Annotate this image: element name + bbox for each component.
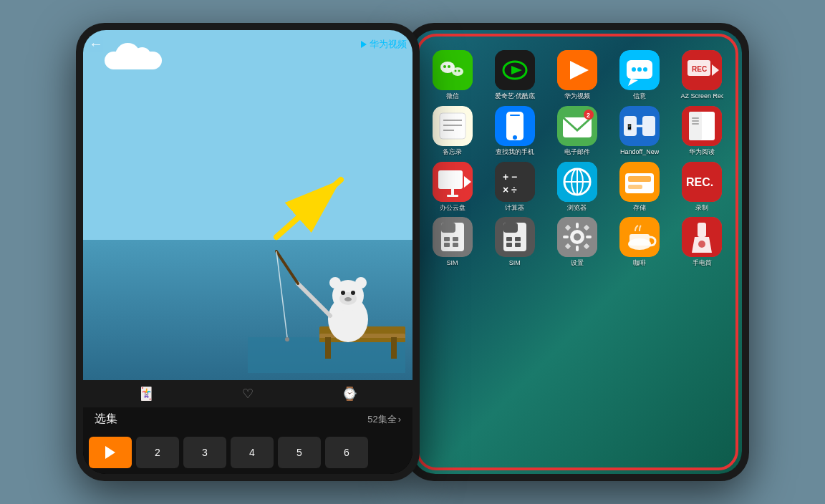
svg-rect-111 <box>629 234 650 246</box>
app-iqiyi-label: 爱奇艺·优酷底 <box>495 92 536 100</box>
svg-rect-94 <box>506 237 512 241</box>
svg-rect-103 <box>563 236 569 238</box>
app-present-label: 办公云盘 <box>440 204 465 212</box>
video-controls: 🃏 ♡ ⌚ <box>83 380 412 407</box>
episode-4-thumb[interactable]: 4 <box>231 437 274 468</box>
episode-2-thumb[interactable]: 2 <box>136 437 179 468</box>
yellow-arrow <box>269 173 355 244</box>
play-icon <box>105 446 115 459</box>
app-mail-label: 电子邮件 <box>564 148 590 156</box>
app-coffee-label: 咖啡 <box>633 259 646 267</box>
phone-left: ← 华为视频 <box>76 23 420 481</box>
app-coffee[interactable]: 咖啡 <box>612 217 668 267</box>
episode-6-thumb[interactable]: 6 <box>325 437 368 468</box>
video-area: ← 华为视频 <box>83 30 412 380</box>
app-handoff-label: Handoff_New <box>620 148 659 156</box>
app-storage-label: 存储 <box>633 204 646 212</box>
svg-text:📱: 📱 <box>626 123 633 130</box>
svg-point-22 <box>443 65 446 68</box>
svg-text:REC.: REC. <box>686 176 713 188</box>
svg-rect-64 <box>692 123 699 125</box>
episode-bar: 选集 52集全 › <box>83 407 412 431</box>
app-flashlight-label: 手电筒 <box>693 259 712 267</box>
episode-count: 52集全 › <box>367 413 401 426</box>
svg-text:REC: REC <box>692 65 707 73</box>
svg-rect-61 <box>689 112 702 140</box>
svg-point-115 <box>698 241 705 248</box>
svg-rect-97 <box>515 243 521 247</box>
app-huawei-video-label: 华为视频 <box>564 92 590 100</box>
app-message-label: 信意 <box>633 92 646 100</box>
back-arrow-icon[interactable]: ← <box>89 36 103 52</box>
scene: ← 华为视频 <box>0 0 825 504</box>
share-icon[interactable]: ⌚ <box>342 386 357 402</box>
app-find-phone[interactable]: 查找我的手机 <box>486 106 543 156</box>
play-triangle-icon <box>361 41 367 48</box>
app-handoff[interactable]: 📱 Handoff_New <box>612 106 668 156</box>
svg-point-11 <box>341 291 345 295</box>
app-az-screen[interactable]: REC AZ Screen Rec <box>674 50 730 100</box>
svg-rect-80 <box>628 176 651 182</box>
svg-rect-88 <box>453 237 458 241</box>
svg-point-100 <box>574 233 581 241</box>
app-rec[interactable]: REC. 录制 <box>674 162 730 212</box>
app-sim1[interactable]: SIM <box>424 217 481 267</box>
svg-rect-66 <box>438 170 463 189</box>
phone-right:  微信 <box>405 23 749 481</box>
svg-text:×  ÷: × ÷ <box>503 184 517 195</box>
svg-point-26 <box>458 70 460 72</box>
svg-rect-96 <box>506 243 512 247</box>
svg-point-23 <box>448 65 450 68</box>
video-top-bar: ← 华为视频 <box>89 36 407 52</box>
svg-rect-5 <box>391 337 397 359</box>
svg-point-12 <box>351 291 355 295</box>
app-settings-label: 设置 <box>571 259 584 267</box>
bookmark-icon[interactable]: 🃏 <box>138 386 154 402</box>
heart-icon[interactable]: ♡ <box>242 386 254 402</box>
svg-rect-50 <box>510 115 520 116</box>
app-browser[interactable]: 浏览器 <box>549 162 605 212</box>
app-iqiyi[interactable]: 爱奇艺·优酷底 <box>486 50 543 100</box>
app-sim2[interactable]: SIM <box>486 217 543 267</box>
svg-point-36 <box>637 67 642 72</box>
episode-label: 选集 <box>95 412 117 427</box>
svg-point-35 <box>632 67 636 72</box>
app-flashlight[interactable]: 手电筒 <box>674 217 730 267</box>
svg-rect-93 <box>503 223 518 233</box>
app-settings[interactable]: 设置 <box>549 217 605 267</box>
svg-text:+  −: + − <box>503 171 517 183</box>
svg-rect-4 <box>325 337 331 359</box>
svg-point-13 <box>344 297 352 301</box>
app-find-phone-label: 查找我的手机 <box>496 148 534 156</box>
svg-rect-102 <box>576 246 579 251</box>
app-message[interactable]: 信意 <box>612 50 668 100</box>
app-reader[interactable]: 华为阅读 <box>674 106 730 156</box>
svg-text:2: 2 <box>587 112 590 119</box>
svg-rect-95 <box>515 237 521 241</box>
svg-rect-104 <box>586 236 592 238</box>
episode-5-thumb[interactable]: 5 <box>278 437 321 468</box>
episode-3-thumb[interactable]: 3 <box>183 437 226 468</box>
svg-rect-113 <box>698 223 706 237</box>
app-wechat[interactable]:  微信 <box>424 50 481 100</box>
svg-rect-62 <box>692 117 699 119</box>
app-mail[interactable]: 2 电子邮件 <box>549 106 605 156</box>
svg-rect-90 <box>453 243 458 247</box>
app-grid-background:  微信 <box>412 30 742 474</box>
app-sim2-label: SIM <box>509 259 521 267</box>
episode-thumbs: 2 3 4 5 6 <box>83 431 412 474</box>
app-rec-label: 录制 <box>695 204 708 212</box>
svg-point-49 <box>513 135 517 140</box>
svg-point-25 <box>454 70 456 72</box>
cloud <box>105 52 162 69</box>
app-notes[interactable]: 备忘录 <box>424 106 481 156</box>
app-wechat-label: 微信 <box>446 92 459 100</box>
app-present[interactable]: 办公云盘 <box>424 162 481 212</box>
svg-rect-69 <box>447 195 458 197</box>
svg-point-37 <box>643 67 647 72</box>
bear-fishing-scene <box>248 244 405 373</box>
app-huawei-video[interactable]: 华为视频 <box>549 50 605 100</box>
app-calculator[interactable]: + − × ÷ 计算器 <box>486 162 543 212</box>
episode-1-thumb[interactable] <box>89 437 132 468</box>
app-storage[interactable]: 存储 <box>612 162 668 212</box>
